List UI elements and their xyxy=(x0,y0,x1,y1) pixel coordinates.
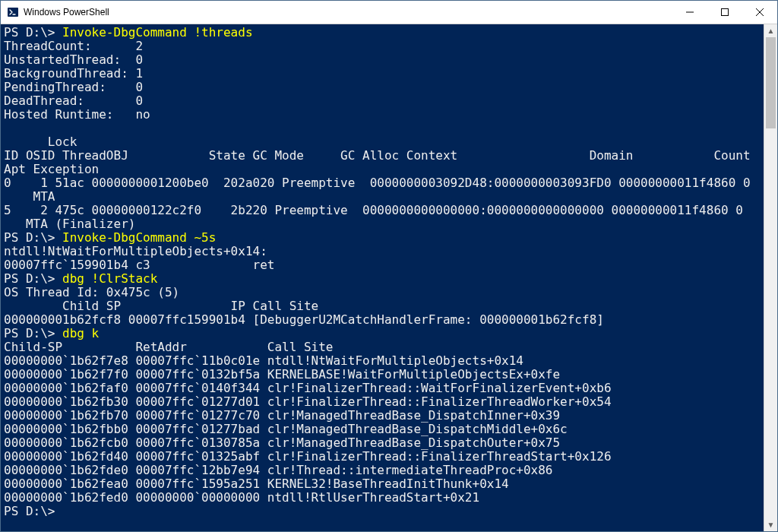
terminal-line: Hosted Runtime: no xyxy=(4,108,764,122)
terminal-line: 00007ffc`159901b4 c3 ret xyxy=(4,258,764,272)
titlebar[interactable]: Windows PowerShell xyxy=(1,1,777,24)
terminal-output[interactable]: PS D:\> Invoke-DbgCommand !threadsThread… xyxy=(1,24,764,531)
terminal-line: 00000000`1b62faf0 00007ffc`0140f344 clr!… xyxy=(4,382,764,395)
terminal-line: PS D:\> dbg !ClrStack xyxy=(4,272,764,286)
scroll-up-arrow[interactable]: ▲ xyxy=(764,24,777,37)
terminal-line: Apt Exception xyxy=(4,163,764,176)
terminal-line: 00000000`1b62fea0 00007ffc`1595a251 KERN… xyxy=(4,477,764,491)
minimize-button[interactable] xyxy=(672,1,707,24)
prompt: PS D:\> xyxy=(4,230,62,245)
terminal-line: OS Thread Id: 0x475c (5) xyxy=(4,286,764,299)
vertical-scrollbar[interactable]: ▲ ▼ xyxy=(764,24,777,531)
client-area: PS D:\> Invoke-DbgCommand !threadsThread… xyxy=(1,24,777,531)
command-input: Invoke-DbgCommand ~5s xyxy=(62,230,216,245)
scroll-thumb[interactable] xyxy=(766,37,776,128)
powershell-window: Windows PowerShell PS D:\> Invoke-DbgCom… xyxy=(0,0,778,532)
terminal-line: PS D:\> dbg k xyxy=(4,327,764,340)
terminal-line: ntdll!NtWaitForMultipleObjects+0x14: xyxy=(4,245,764,258)
terminal-line: PS D:\> xyxy=(4,505,764,518)
terminal-line: MTA (Finalizer) xyxy=(4,217,764,231)
terminal-line: PS D:\> Invoke-DbgCommand !threads xyxy=(4,26,764,40)
powershell-icon xyxy=(7,6,19,18)
terminal-line: 00000000`1b62fed0 00000000`00000000 ntdl… xyxy=(4,491,764,505)
prompt: PS D:\> xyxy=(4,504,55,518)
terminal-line: 0 1 51ac 0000000001200be0 202a020 Preemp… xyxy=(4,176,764,190)
command-input: dbg k xyxy=(62,326,99,340)
terminal-line: 00000000`1b62fb30 00007ffc`01277d01 clr!… xyxy=(4,395,764,409)
terminal-line: Child SP IP Call Site xyxy=(4,299,764,313)
terminal-line: 00000000`1b62fbb0 00007ffc`01277bad clr!… xyxy=(4,423,764,436)
prompt: PS D:\> xyxy=(4,271,62,286)
terminal-line: 00000000`1b62fb70 00007ffc`01277c70 clr!… xyxy=(4,409,764,423)
command-input: dbg !ClrStack xyxy=(62,271,157,286)
terminal-line: ID OSID ThreadOBJ State GC Mode GC Alloc… xyxy=(4,149,764,163)
prompt: PS D:\> xyxy=(4,25,62,40)
window-title: Windows PowerShell xyxy=(24,7,109,17)
terminal-line: Lock xyxy=(4,135,764,149)
terminal-line: ThreadCount: 2 xyxy=(4,40,764,53)
terminal-line: PS D:\> Invoke-DbgCommand ~5s xyxy=(4,231,764,245)
svg-rect-3 xyxy=(722,9,729,16)
terminal-line: 5 2 475c 00000000122c2f0 2b220 Preemptiv… xyxy=(4,204,764,217)
terminal-line: 00000000`1b62fd40 00007ffc`01325abf clr!… xyxy=(4,450,764,464)
terminal-line: 00000000`1b62fcb0 00007ffc`0130785a clr!… xyxy=(4,436,764,450)
terminal-line: DeadThread: 0 xyxy=(4,94,764,108)
close-button[interactable] xyxy=(742,1,777,24)
terminal-line: PendingThread: 0 xyxy=(4,81,764,94)
terminal-line: Child-SP RetAddr Call Site xyxy=(4,340,764,354)
terminal-line: 00000000`1b62f7f0 00007ffc`0132bf5a KERN… xyxy=(4,368,764,382)
prompt: PS D:\> xyxy=(4,326,62,340)
terminal-line: 00000000`1b62f7e8 00007ffc`11b0c01e ntdl… xyxy=(4,354,764,368)
command-input: Invoke-DbgCommand !threads xyxy=(62,25,252,40)
terminal-line: 000000001b62fcf8 00007ffc159901b4 [Debug… xyxy=(4,313,764,327)
terminal-line: 00000000`1b62fde0 00007ffc`12bb7e94 clr!… xyxy=(4,464,764,477)
terminal-line: BackgroundThread: 1 xyxy=(4,67,764,81)
terminal-line xyxy=(4,122,764,135)
terminal-line: UnstartedThread: 0 xyxy=(4,53,764,67)
terminal-line: MTA xyxy=(4,190,764,204)
svg-rect-0 xyxy=(8,8,18,17)
scroll-down-arrow[interactable]: ▼ xyxy=(764,518,777,531)
maximize-button[interactable] xyxy=(707,1,742,24)
